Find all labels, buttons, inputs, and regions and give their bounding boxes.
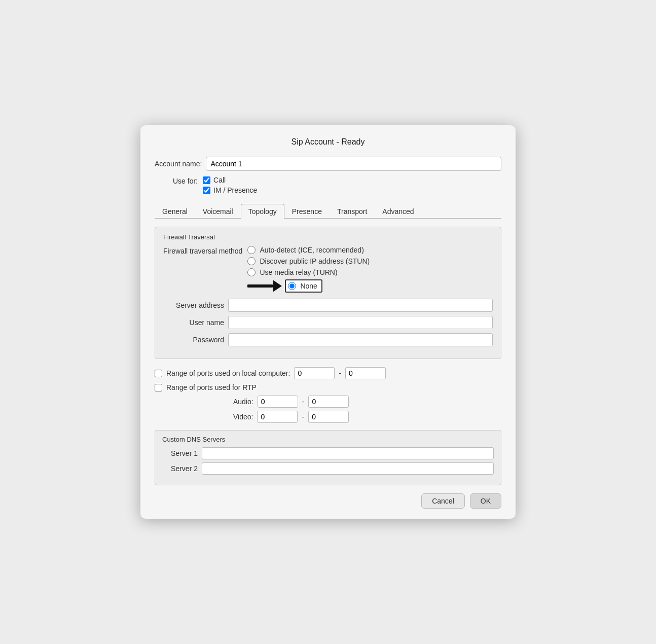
- audio-ports-dash: -: [302, 398, 305, 406]
- server-address-label: Server address: [163, 301, 224, 309]
- audio-label: Audio:: [233, 398, 253, 406]
- ports-section: Range of ports used on local computer: -…: [155, 367, 501, 423]
- radio-none: None: [285, 279, 322, 293]
- dns-server1-label: Server 1: [162, 449, 198, 457]
- call-checkbox[interactable]: [203, 176, 210, 184]
- password-label: Password: [163, 336, 224, 344]
- tab-general[interactable]: General: [155, 204, 195, 219]
- audio-ports-to[interactable]: [308, 396, 349, 408]
- video-ports-dash: -: [302, 413, 304, 421]
- local-ports-row: Range of ports used on local computer: -: [155, 367, 501, 379]
- rtp-ports-row: Range of ports used for RTP: [155, 383, 501, 391]
- tab-topology[interactable]: Topology: [241, 204, 284, 219]
- radio-options: Auto-detect (ICE, recommended) Discover …: [247, 246, 370, 293]
- user-name-input[interactable]: [228, 316, 493, 329]
- fw-method-row: Firewall traversal method Auto-detect (I…: [163, 246, 493, 293]
- arrow-head: [273, 280, 282, 292]
- tab-transport[interactable]: Transport: [330, 204, 375, 219]
- fw-method-label: Firewall traversal method: [163, 246, 242, 255]
- user-name-label: User name: [163, 318, 224, 327]
- local-ports-label: Range of ports used on local computer:: [166, 369, 290, 377]
- radio-stun: Discover public IP address (STUN): [247, 257, 370, 265]
- radio-turn-label: Use media relay (TURN): [260, 268, 337, 276]
- cancel-button[interactable]: Cancel: [421, 493, 465, 509]
- tab-voicemail[interactable]: Voicemail: [195, 204, 241, 219]
- call-checkbox-item: Call: [203, 176, 257, 184]
- audio-ports-from[interactable]: [258, 396, 298, 408]
- radio-stun-label: Discover public IP address (STUN): [260, 257, 370, 265]
- radio-none-label: None: [300, 282, 317, 290]
- video-label: Video:: [233, 413, 253, 421]
- dialog-title: Sip Account - Ready: [155, 137, 501, 147]
- tabs-bar: General Voicemail Topology Presence Tran…: [155, 203, 501, 219]
- user-name-row: User name: [163, 316, 493, 329]
- account-name-row: Account name:: [155, 157, 501, 171]
- use-for-label: Use for:: [173, 176, 198, 185]
- dns-server2-label: Server 2: [162, 464, 198, 473]
- radio-stun-input[interactable]: [247, 257, 256, 265]
- password-input[interactable]: [228, 333, 493, 346]
- radio-auto-detect-input[interactable]: [247, 246, 256, 254]
- audio-ports-row: Audio: -: [233, 396, 501, 408]
- im-presence-label: IM / Presence: [213, 186, 257, 194]
- firewall-section-title: Firewall Traversal: [163, 233, 493, 241]
- password-row: Password: [163, 333, 493, 346]
- dns-section: Custom DNS Servers Server 1 Server 2: [155, 430, 501, 485]
- arrow-none-row: None: [247, 279, 370, 293]
- tab-presence[interactable]: Presence: [284, 204, 330, 219]
- use-for-checkboxes: Call IM / Presence: [203, 176, 257, 194]
- dns-server2-row: Server 2: [162, 462, 494, 475]
- use-for-row: Use for: Call IM / Presence: [173, 176, 501, 194]
- server-address-input[interactable]: [228, 299, 493, 312]
- radio-none-input[interactable]: [288, 282, 296, 290]
- local-ports-dash: -: [339, 369, 341, 377]
- tab-advanced[interactable]: Advanced: [375, 204, 421, 219]
- radio-turn: Use media relay (TURN): [247, 268, 370, 276]
- dns-server2-input[interactable]: [202, 462, 494, 475]
- rtp-ports-checkbox[interactable]: [155, 384, 162, 391]
- content-area: Firewall Traversal Firewall traversal me…: [155, 219, 501, 485]
- local-ports-from[interactable]: [294, 367, 335, 379]
- dns-title: Custom DNS Servers: [162, 436, 494, 443]
- arrow-indicator: [247, 280, 282, 292]
- local-ports-checkbox[interactable]: [155, 370, 162, 377]
- rtp-ports-label: Range of ports used for RTP: [166, 383, 257, 391]
- account-name-input[interactable]: [206, 157, 501, 171]
- radio-auto-detect: Auto-detect (ICE, recommended): [247, 246, 370, 254]
- radio-auto-detect-label: Auto-detect (ICE, recommended): [260, 246, 363, 254]
- dns-server1-input[interactable]: [202, 447, 494, 459]
- local-ports-to[interactable]: [345, 367, 386, 379]
- sip-account-dialog: Sip Account - Ready Account name: Use fo…: [140, 125, 516, 519]
- video-ports-to[interactable]: [308, 411, 349, 423]
- im-presence-checkbox[interactable]: [203, 187, 210, 194]
- server-address-row: Server address: [163, 299, 493, 312]
- account-name-label: Account name:: [155, 160, 202, 168]
- dns-server1-row: Server 1: [162, 447, 494, 459]
- radio-turn-input[interactable]: [247, 268, 256, 276]
- ok-button[interactable]: OK: [470, 493, 501, 509]
- arrow-body: [247, 284, 273, 288]
- im-presence-checkbox-item: IM / Presence: [203, 186, 257, 194]
- firewall-section: Firewall Traversal Firewall traversal me…: [155, 227, 501, 359]
- footer: Cancel OK: [155, 493, 501, 509]
- video-ports-from[interactable]: [257, 411, 298, 423]
- call-label: Call: [213, 176, 226, 184]
- video-ports-row: Video: -: [233, 411, 501, 423]
